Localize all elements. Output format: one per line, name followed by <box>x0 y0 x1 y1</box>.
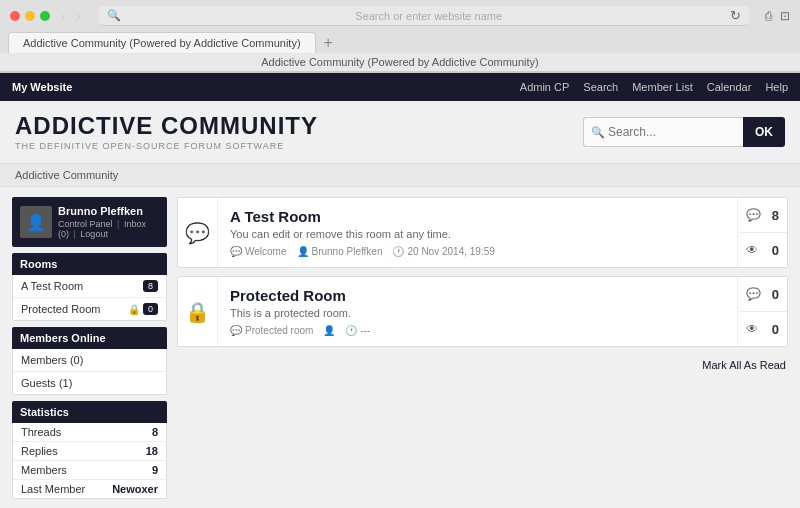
views-count: 0 <box>772 243 779 258</box>
share-button[interactable]: ⎙ <box>765 9 772 23</box>
room-stat-posts-protected: 💬 0 <box>737 277 787 312</box>
sidebar-stats-section: Statistics Threads 8 Replies 18 Members … <box>12 401 167 499</box>
tab-bar: Addictive Community (Powered by Addictiv… <box>0 32 800 53</box>
stat-last-member-value: Newoxer <box>112 483 158 495</box>
browser-chrome: ‹ › 🔍 Search or enter website name ↻ ⎙ ⊡… <box>0 0 800 73</box>
stat-threads-label: Threads <box>21 426 61 438</box>
views-count-protected: 0 <box>772 322 779 337</box>
expand-button[interactable]: ⊡ <box>780 9 790 23</box>
header-search-bar: 🔍 OK <box>583 117 785 147</box>
lock-icon: 🔒 <box>128 304 140 315</box>
top-nav-links: Admin CP Search Member List Calendar Hel… <box>520 81 788 93</box>
maximize-dot[interactable] <box>40 11 50 21</box>
room-meta-date-protected: 🕐 --- <box>345 325 370 336</box>
user-name: Brunno Pleffken <box>58 205 159 217</box>
avatar: 👤 <box>20 206 52 238</box>
site-title-block: ADDICTIVE COMMUNITY THE DEFINITIVE OPEN-… <box>15 113 318 151</box>
statistics-body: Threads 8 Replies 18 Members 9 Last Memb… <box>12 423 167 499</box>
search-input[interactable] <box>583 117 743 147</box>
members-online-header: Members Online <box>12 327 167 349</box>
room-card-body: A Test Room You can edit or remove this … <box>218 198 737 267</box>
main-content: 💬 A Test Room You can edit or remove thi… <box>177 197 788 505</box>
room-meta-subforum: 💬 Welcome <box>230 246 287 257</box>
protected-room-badge: 🔒 0 <box>128 303 158 315</box>
search-nav-link[interactable]: Search <box>583 81 618 93</box>
sidebar-item-label: Protected Room <box>21 303 100 315</box>
room-meta-subforum-protected: 💬 Protected room <box>230 325 313 336</box>
logout-link[interactable]: Logout <box>80 229 108 239</box>
site-header: ADDICTIVE COMMUNITY THE DEFINITIVE OPEN-… <box>0 101 800 164</box>
room-icon-col-protected: 🔒 <box>178 277 218 346</box>
stat-threads-value: 8 <box>152 426 158 438</box>
site-subtitle: THE DEFINITIVE OPEN-SOURCE FORUM SOFTWAR… <box>15 141 318 151</box>
sidebar-item-test-room[interactable]: A Test Room 8 <box>13 275 166 298</box>
mark-all-read-link[interactable]: Mark All As Read <box>177 355 788 375</box>
user-info: Brunno Pleffken Control Panel | Inbox (0… <box>58 205 159 239</box>
posts-icon: 💬 <box>746 208 761 222</box>
control-panel-link[interactable]: Control Panel <box>58 219 113 229</box>
refresh-button[interactable]: ↻ <box>730 8 741 23</box>
new-tab-button[interactable]: + <box>324 34 333 52</box>
stat-members-value: 9 <box>152 464 158 476</box>
posts-count-protected: 0 <box>772 287 779 302</box>
browser-nav: ‹ › <box>58 8 83 24</box>
browser-tab[interactable]: Addictive Community (Powered by Addictiv… <box>8 32 316 53</box>
stat-members-label: Members <box>21 464 67 476</box>
room-stat-views-protected: 👁 0 <box>737 312 787 346</box>
admin-cp-link[interactable]: Admin CP <box>520 81 570 93</box>
room-stat-views: 👁 0 <box>737 233 787 267</box>
site-title: ADDICTIVE COMMUNITY <box>15 113 318 139</box>
sidebar: 👤 Brunno Pleffken Control Panel | Inbox … <box>12 197 167 505</box>
page-body: My Website Admin CP Search Member List C… <box>0 73 800 508</box>
statistics-header: Statistics <box>12 401 167 423</box>
members-count: Members (0) <box>13 349 166 372</box>
room-icon-col: 💬 <box>178 198 218 267</box>
main-layout: 👤 Brunno Pleffken Control Panel | Inbox … <box>0 187 800 508</box>
search-ok-button[interactable]: OK <box>743 117 785 147</box>
room-meta: 💬 Welcome 👤 Brunno Pleffken 🕐 20 Nov 201… <box>230 246 725 257</box>
room-meta-author-protected: 👤 <box>323 325 335 336</box>
stat-replies-value: 18 <box>146 445 158 457</box>
stat-last-member-label: Last Member <box>21 483 85 495</box>
room-card-protected-room: 🔒 Protected Room This is a protected roo… <box>177 276 788 347</box>
member-list-link[interactable]: Member List <box>632 81 693 93</box>
sidebar-item-protected-room[interactable]: Protected Room 🔒 0 <box>13 298 166 320</box>
help-link[interactable]: Help <box>765 81 788 93</box>
breadcrumb-link[interactable]: Addictive Community <box>15 169 118 181</box>
chat-icon: 💬 <box>185 221 210 245</box>
browser-titlebar: ‹ › 🔍 Search or enter website name ↻ ⎙ ⊡ <box>0 0 800 32</box>
stat-replies: Replies 18 <box>13 442 166 461</box>
site-brand: My Website <box>12 81 72 93</box>
back-button[interactable]: ‹ <box>58 8 69 24</box>
room-description: You can edit or remove this room at any … <box>230 228 725 240</box>
room-meta-author: 👤 Brunno Pleffken <box>297 246 383 257</box>
page-url-bar: Addictive Community (Powered by Addictiv… <box>0 53 800 72</box>
stat-threads: Threads 8 <box>13 423 166 442</box>
breadcrumb: Addictive Community <box>0 164 800 187</box>
sidebar-members-section: Members Online Members (0) Guests (1) <box>12 327 167 395</box>
stat-members: Members 9 <box>13 461 166 480</box>
minimize-dot[interactable] <box>25 11 35 21</box>
stat-replies-label: Replies <box>21 445 58 457</box>
forward-button[interactable]: › <box>73 8 84 24</box>
address-bar-text: Search or enter website name <box>133 10 724 22</box>
room-meta-date: 🕐 20 Nov 2014, 19:59 <box>392 246 494 257</box>
members-online-body: Members (0) Guests (1) <box>12 349 167 395</box>
rooms-header: Rooms <box>12 253 167 275</box>
room-stat-posts: 💬 8 <box>737 198 787 233</box>
lock-icon: 🔒 <box>185 300 210 324</box>
views-icon: 👁 <box>746 243 758 257</box>
sidebar-rooms-section: Rooms A Test Room 8 Protected Room 🔒 0 <box>12 253 167 321</box>
room-title-link[interactable]: A Test Room <box>230 208 725 225</box>
calendar-link[interactable]: Calendar <box>707 81 752 93</box>
top-nav: My Website Admin CP Search Member List C… <box>0 73 800 101</box>
room-title-link-protected[interactable]: Protected Room <box>230 287 725 304</box>
room-card-test-room: 💬 A Test Room You can edit or remove thi… <box>177 197 788 268</box>
close-dot[interactable] <box>10 11 20 21</box>
posts-count: 8 <box>772 208 779 223</box>
room-meta-protected: 💬 Protected room 👤 🕐 --- <box>230 325 725 336</box>
test-room-badge: 8 <box>143 280 158 292</box>
views-icon-protected: 👁 <box>746 322 758 336</box>
search-icon: 🔍 <box>591 126 605 139</box>
room-card-body-protected: Protected Room This is a protected room.… <box>218 277 737 346</box>
